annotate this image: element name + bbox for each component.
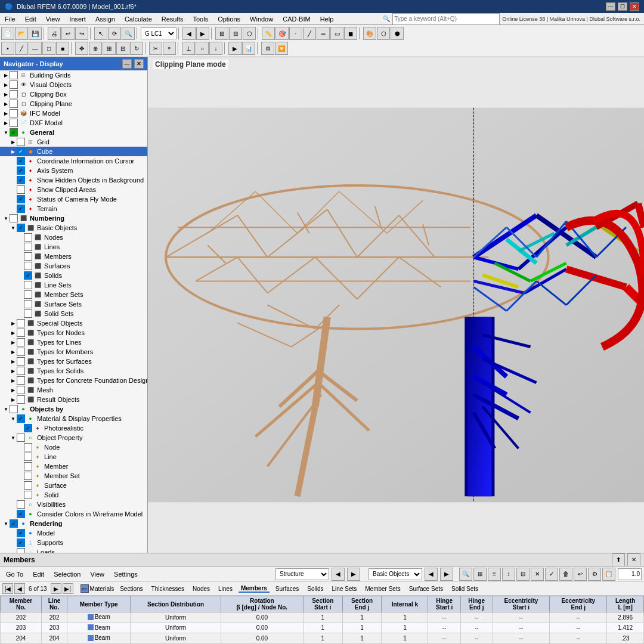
checkbox[interactable]: [17, 147, 25, 156]
checkbox[interactable]: [24, 453, 32, 461]
tb-new[interactable]: 📄: [1, 27, 14, 40]
tb-surface-new[interactable]: □: [42, 42, 55, 55]
tree-item-member[interactable]: ♦ Member: [0, 462, 147, 471]
tb-support[interactable]: ⊥: [182, 42, 195, 55]
menu-calculate[interactable]: Calculate: [120, 14, 157, 24]
checkbox[interactable]: [17, 176, 25, 184]
col-member-no[interactable]: MemberNo.: [1, 596, 42, 612]
filter1-select[interactable]: Structure: [275, 568, 329, 580]
checkbox[interactable]: [24, 300, 32, 308]
tree-item-solid-sets[interactable]: ⬛ Solid Sets: [0, 309, 147, 318]
nodes-tab-bottom[interactable]: Nodes: [190, 586, 212, 592]
tree-item-members-num[interactable]: ⬛ Members: [0, 252, 147, 261]
filter2-next[interactable]: ▶: [440, 568, 453, 581]
checkbox[interactable]: [24, 290, 32, 299]
tb-measure[interactable]: 📏: [262, 27, 275, 40]
tb-members[interactable]: ═: [317, 27, 330, 40]
menu-cadbim[interactable]: CAD-BIM: [278, 14, 315, 24]
col-hinge-si[interactable]: HingeStart i: [428, 596, 460, 612]
tb-redo[interactable]: ↪: [75, 27, 88, 40]
tree-item-types-concrete[interactable]: ▶ ⬛ Types for Concrete Foundation Design: [0, 376, 147, 385]
col-member-type[interactable]: Member Type: [67, 596, 131, 612]
checkbox[interactable]: [17, 395, 25, 404]
tb-mirror[interactable]: ⊞: [103, 42, 116, 55]
tree-item-clipping-box[interactable]: ▶ ◻ Clipping Box: [0, 89, 147, 99]
tb-hinge[interactable]: ○: [196, 42, 209, 55]
col-ecc-si[interactable]: EccentricityStart i: [493, 596, 550, 612]
checkbox[interactable]: [17, 357, 25, 366]
tb-filter1[interactable]: 🔍: [459, 568, 472, 581]
tb-solid[interactable]: ⬢: [391, 27, 404, 40]
navigator-header-controls[interactable]: — ✕: [122, 59, 144, 69]
minimize-button[interactable]: —: [606, 2, 615, 11]
tree-item-ifc[interactable]: ▶ 📦 IFC Model: [0, 109, 147, 118]
checkbox[interactable]: [24, 481, 32, 490]
settings-btn[interactable]: Settings: [110, 569, 141, 579]
col-section-endj[interactable]: SectionEnd j: [342, 596, 382, 612]
tree-item-member-sets[interactable]: ⬛ Member Sets: [0, 290, 147, 299]
tb-wire[interactable]: ⬡: [377, 27, 390, 40]
checkbox[interactable]: [24, 262, 32, 270]
col-internal-k[interactable]: Internal k: [382, 596, 428, 612]
tb-load[interactable]: ↓: [209, 42, 222, 55]
tb-open[interactable]: 📂: [15, 27, 28, 40]
col-hinge-ej[interactable]: HingeEnd j: [460, 596, 493, 612]
checkbox[interactable]: [24, 243, 32, 251]
checkbox[interactable]: [17, 338, 25, 346]
tb-undo[interactable]: ↩: [61, 27, 75, 40]
tb-filter4[interactable]: ↕: [502, 568, 515, 581]
tb-filter8[interactable]: 🗑: [559, 568, 572, 581]
menu-insert[interactable]: Insert: [64, 14, 91, 24]
tree-item-general[interactable]: ▼ ● General: [0, 128, 147, 137]
tb-filter6[interactable]: ✕: [531, 568, 544, 581]
nav-first[interactable]: |◀: [2, 583, 13, 594]
tb-view-front[interactable]: ⊞: [215, 27, 228, 40]
tree-item-model[interactable]: ● Model: [0, 528, 147, 538]
tree-item-dxf[interactable]: ▶ 📄 DXF Model: [0, 118, 147, 128]
tb-merge[interactable]: ⌖: [163, 42, 176, 55]
tb-rotate2[interactable]: ↻: [130, 42, 143, 55]
checkbox[interactable]: [17, 386, 25, 394]
menu-results[interactable]: Results: [157, 14, 188, 24]
tree-item-basic-objects[interactable]: ▼ ⬛ Basic Objects: [0, 223, 147, 233]
checkbox[interactable]: [17, 166, 25, 175]
checkbox[interactable]: [10, 109, 18, 117]
checkbox[interactable]: [17, 376, 25, 385]
tree-item-mesh[interactable]: ▶ ⬛ Mesh: [0, 385, 147, 395]
tb-lines[interactable]: ╱: [303, 27, 316, 40]
col-section-starti[interactable]: SectionStart i: [303, 596, 342, 612]
tb-filter7[interactable]: ✓: [545, 568, 558, 581]
tree-item-axis[interactable]: ♦ Axis System: [0, 166, 147, 175]
tree-item-types-members[interactable]: ▶ ⬛ Types for Members: [0, 347, 147, 357]
checkbox[interactable]: [17, 319, 25, 327]
tb-solids[interactable]: ◼: [344, 27, 357, 40]
tree-item-consider-colors[interactable]: ● Consider Colors in Wireframe Model: [0, 509, 147, 519]
tree-item-member-set[interactable]: ♦ Member Set: [0, 471, 147, 481]
checkbox[interactable]: [17, 185, 25, 194]
checkbox[interactable]: [17, 500, 25, 509]
tb-filter5[interactable]: ⊟: [516, 568, 530, 581]
tb-split[interactable]: ✂: [149, 42, 162, 55]
tree-item-line-sets[interactable]: ⬛ Line Sets: [0, 280, 147, 290]
tb-move[interactable]: ✥: [75, 42, 88, 55]
col-line-no[interactable]: LineNo.: [42, 596, 67, 612]
checkbox[interactable]: [17, 434, 25, 442]
checkbox[interactable]: [17, 195, 25, 203]
title-bar-controls[interactable]: — ☐ ✕: [606, 2, 639, 11]
tb-filter[interactable]: 🔽: [275, 42, 288, 55]
tree-item-line[interactable]: ♦ Line: [0, 452, 147, 462]
zoom-input[interactable]: [618, 568, 642, 580]
menu-edit[interactable]: Edit: [20, 14, 41, 24]
col-length[interactable]: LengthL [m]: [607, 596, 644, 612]
tb-print[interactable]: 🖨: [48, 27, 61, 40]
menu-window[interactable]: Window: [245, 14, 278, 24]
members-header-controls[interactable]: ⬆ ✕: [612, 553, 640, 566]
tree-item-supports[interactable]: ⊥ Supports: [0, 538, 147, 547]
tree-item-visibilities[interactable]: ○ Visibilities: [0, 500, 147, 509]
surfaces-tab-bottom[interactable]: Surfaces: [273, 586, 301, 592]
checkbox[interactable]: [17, 367, 25, 375]
tree-item-types-lines[interactable]: ▶ ⬛ Types for Lines: [0, 338, 147, 347]
checkbox[interactable]: [24, 462, 32, 470]
membersets-tab-bottom[interactable]: Member Sets: [363, 586, 402, 592]
surfacesets-tab-bottom[interactable]: Surface Sets: [407, 586, 445, 592]
